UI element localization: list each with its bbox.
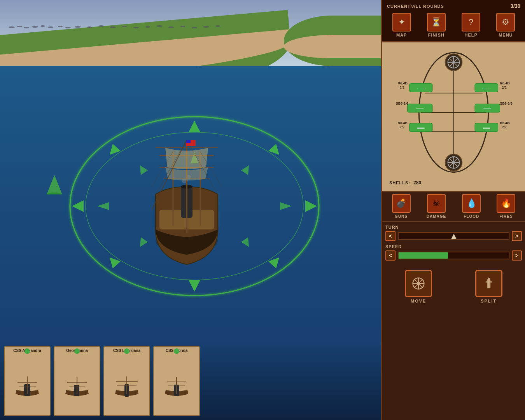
svg-text:R6.4B: R6.4B [500,81,510,85]
svg-text:═══: ═══ [417,126,425,130]
svg-text:2/2: 2/2 [400,125,404,129]
fires-label: FIRES [499,214,513,219]
svg-point-17 [180,26,185,27]
guns-status[interactable]: 💣 GUNS [392,194,411,219]
svg-point-1 [17,26,22,27]
map-button[interactable]: ✦ MAP [389,11,414,39]
map-label: MAP [396,33,407,37]
shells-label: SHELLS: [389,180,410,185]
split-label: SPLIT [481,299,497,303]
svg-point-18 [192,27,197,28]
shells-value: 280 [413,180,421,186]
birds [0,23,233,31]
flood-status[interactable]: 💧 FLOOD [462,194,481,219]
ship-card-image [154,361,199,415]
menu-icon: ⚙ [496,13,515,32]
buoy [47,175,62,194]
svg-point-3 [32,26,38,28]
ship-diagram-wrapper: ═══ ═══ ═══ ═══ ═══ ═══ R6.4B 2/2 [386,46,521,178]
fires-icon: 🔥 [497,194,515,213]
rounds-label: CURRENT/ALL ROUNDS [387,4,444,9]
svg-point-19 [203,26,209,28]
svg-point-11 [110,26,116,28]
speed-right-button[interactable]: > [512,250,522,261]
turn-control: TURN < > [385,225,522,241]
svg-text:═══: ═══ [416,107,424,110]
fires-status[interactable]: 🔥 FIRES [497,194,515,219]
help-button[interactable]: ? HELP [458,11,483,39]
rounds-value: 3/30 [511,3,520,9]
svg-marker-33 [97,202,109,210]
finish-label: FINISH [428,33,444,37]
toolbar-buttons: ✦ MAP ⏳ FINISH ? HELP ⚙ MENU [385,11,522,39]
ship-card-css-louisiana[interactable]: CSS Louisiana [103,346,150,416]
help-label: HELP [464,33,477,37]
menu-label: MENU [499,33,513,37]
svg-marker-29 [72,200,84,212]
menu-button[interactable]: ⚙ MENU [493,11,518,39]
finish-button[interactable]: ⏳ FINISH [424,11,449,39]
svg-text:R6.4B: R6.4B [500,121,510,125]
speed-label: SPEED [385,244,522,249]
svg-text:═══: ═══ [417,86,425,90]
svg-marker-125 [487,277,490,280]
svg-text:2/2: 2/2 [502,125,506,129]
svg-point-12 [122,26,127,27]
svg-text:═══: ═══ [483,107,491,110]
svg-marker-39 [47,175,62,194]
guns-icon: 💣 [392,194,411,213]
finish-icon: ⏳ [427,13,446,32]
turn-right-button[interactable]: > [512,231,522,241]
svg-marker-34 [280,202,292,210]
turn-indicator [451,234,457,239]
speed-left-button[interactable]: < [385,250,396,261]
turn-track[interactable] [398,232,509,240]
speed-track[interactable] [398,252,509,259]
controls-section: TURN < > SPEED < > [382,222,525,267]
svg-text:2/2: 2/2 [502,86,506,89]
svg-point-8 [75,26,81,28]
svg-point-6 [58,26,63,27]
panel-spacer [382,306,525,420]
ship-card-image [54,361,100,415]
svg-point-14 [145,26,150,28]
move-button[interactable]: MOVE [405,270,432,303]
beach-right [284,35,381,58]
game-viewport: CSS Alexandra Georgianna [0,0,381,420]
speed-control: SPEED < > [385,244,522,261]
ship-cards-row: CSS Alexandra Georgianna [0,342,381,420]
svg-marker-27 [189,280,200,292]
help-icon: ? [462,13,480,32]
main-ship [121,117,253,280]
flood-label: FLOOD [464,214,479,219]
rounds-header: CURRENT/ALL ROUNDS 3/30 [385,2,522,10]
ship-card-css-florida[interactable]: CSS Florida [153,346,200,416]
move-icon [405,270,432,297]
svg-point-5 [48,26,53,28]
turn-left-button[interactable]: < [385,231,396,241]
speed-fill [399,252,448,259]
svg-text:2/2: 2/2 [400,86,404,89]
ship-card-active-indicator [124,348,130,354]
svg-text:SB8 6/6: SB8 6/6 [500,102,512,105]
guns-label: GUNS [395,214,408,219]
svg-point-4 [40,25,45,27]
ship-card-css-alexandra[interactable]: CSS Alexandra [4,346,51,416]
svg-point-16 [168,26,174,28]
svg-point-9 [87,26,92,28]
split-button[interactable]: SPLIT [475,270,502,303]
ship-card-image [5,361,50,415]
svg-point-20 [215,25,220,27]
move-label: MOVE [411,299,426,303]
ship-card-georgianna[interactable]: Georgianna [54,346,100,416]
svg-point-13 [133,27,139,28]
svg-text:═══: ═══ [482,86,490,90]
ship-card-active-indicator [74,348,80,354]
ship-card-active-indicator [24,348,30,354]
speed-slider-row: < > [385,250,522,261]
svg-point-15 [156,25,163,27]
damage-status[interactable]: ☠ DAMAGE [427,194,446,219]
svg-point-7 [65,27,71,28]
action-section: MOVE SPLIT [382,267,525,306]
map-icon: ✦ [392,13,411,32]
